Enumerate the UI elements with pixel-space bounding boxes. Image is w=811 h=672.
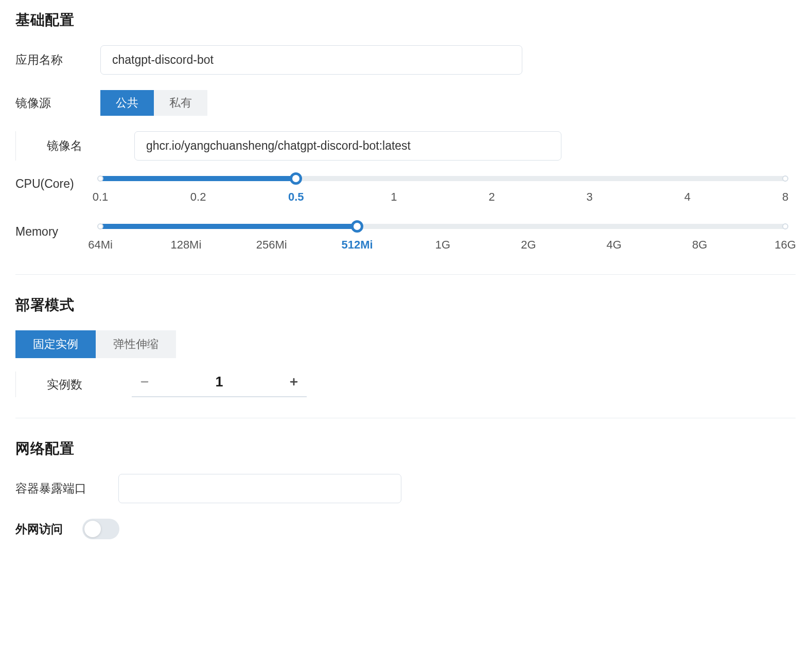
slider-tick: 64Mi bbox=[88, 238, 113, 252]
external-access-toggle[interactable] bbox=[82, 519, 119, 539]
slider-tick: 0.1 bbox=[93, 190, 109, 204]
memory-slider-row: Memory 64Mi128Mi256Mi512Mi1G2G4G8G16G bbox=[15, 224, 796, 254]
image-source-label: 镜像源 bbox=[15, 95, 100, 111]
svg-rect-0 bbox=[141, 381, 149, 383]
app-name-label: 应用名称 bbox=[15, 52, 100, 68]
deploy-autoscale-tab[interactable]: 弹性伸缩 bbox=[96, 330, 176, 358]
slider-tick: 4G bbox=[607, 238, 622, 252]
slider-tick: 3 bbox=[587, 190, 593, 204]
app-name-row: 应用名称 bbox=[15, 45, 796, 75]
memory-slider-handle[interactable] bbox=[351, 220, 363, 233]
slider-tick: 8G bbox=[692, 238, 707, 252]
memory-slider[interactable]: 64Mi128Mi256Mi512Mi1G2G4G8G16G bbox=[100, 224, 796, 254]
cpu-label: CPU(Core) bbox=[15, 176, 100, 191]
port-row: 容器暴露端口 bbox=[15, 474, 796, 503]
deploy-fixed-tab[interactable]: 固定实例 bbox=[15, 330, 96, 358]
external-access-row: 外网访问 bbox=[15, 519, 796, 539]
cpu-slider-handle[interactable] bbox=[290, 172, 302, 185]
slider-tick: 16G bbox=[774, 238, 796, 252]
image-name-label: 镜像名 bbox=[47, 138, 134, 154]
port-input[interactable] bbox=[118, 474, 401, 503]
plus-icon bbox=[288, 376, 299, 387]
image-name-input[interactable] bbox=[134, 131, 561, 161]
instance-count-label: 实例数 bbox=[47, 377, 132, 393]
instance-count-stepper: 1 bbox=[132, 372, 307, 397]
deploy-tabs-row: 固定实例 弹性伸缩 bbox=[15, 330, 796, 358]
deploy-mode-tabs: 固定实例 弹性伸缩 bbox=[15, 330, 176, 358]
image-source-public-tab[interactable]: 公共 bbox=[100, 90, 154, 116]
section-deploy-title: 部署模式 bbox=[15, 295, 796, 315]
slider-tick: 256Mi bbox=[256, 238, 287, 252]
divider bbox=[15, 418, 796, 418]
toggle-knob bbox=[84, 521, 101, 537]
instance-count-value: 1 bbox=[157, 374, 281, 390]
slider-tick: 0.2 bbox=[190, 190, 206, 204]
instance-increment-button[interactable] bbox=[281, 372, 307, 392]
slider-tick: 1 bbox=[391, 190, 397, 204]
port-label: 容器暴露端口 bbox=[15, 481, 118, 497]
memory-label: Memory bbox=[15, 224, 100, 239]
app-name-input[interactable] bbox=[100, 45, 522, 75]
svg-rect-2 bbox=[293, 378, 295, 386]
slider-tick: 4 bbox=[684, 190, 691, 204]
slider-tick: 1G bbox=[435, 238, 450, 252]
instance-decrement-button[interactable] bbox=[132, 372, 157, 392]
cpu-slider-row: CPU(Core) 0.10.20.512348 bbox=[15, 176, 796, 206]
minus-icon bbox=[139, 376, 150, 387]
cpu-slider[interactable]: 0.10.20.512348 bbox=[100, 176, 796, 206]
image-source-private-tab[interactable]: 私有 bbox=[154, 90, 207, 116]
image-source-tabs: 公共 私有 bbox=[100, 90, 207, 116]
divider bbox=[15, 274, 796, 275]
external-access-label: 外网访问 bbox=[15, 521, 82, 537]
slider-tick: 2 bbox=[488, 190, 495, 204]
slider-tick: 2G bbox=[521, 238, 536, 252]
section-basic-title: 基础配置 bbox=[15, 10, 796, 30]
section-network-title: 网络配置 bbox=[15, 439, 796, 458]
slider-tick: 0.5 bbox=[288, 190, 304, 204]
image-source-row: 镜像源 公共 私有 bbox=[15, 90, 796, 116]
slider-tick: 512Mi bbox=[342, 238, 373, 252]
slider-tick: 8 bbox=[782, 190, 788, 204]
instance-count-row: 实例数 1 bbox=[15, 372, 796, 397]
image-name-row: 镜像名 bbox=[15, 131, 796, 161]
slider-tick: 128Mi bbox=[170, 238, 201, 252]
